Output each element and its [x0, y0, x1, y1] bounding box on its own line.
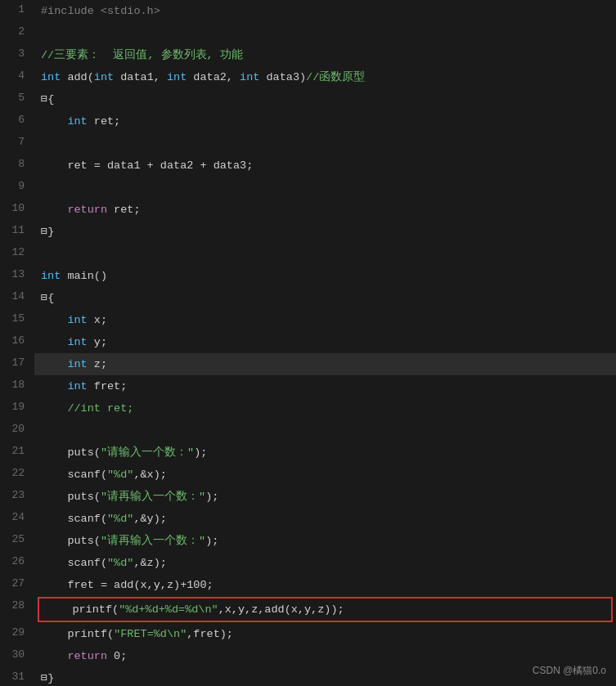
line-number: 3 — [0, 44, 34, 66]
line-number: 11 — [0, 221, 34, 243]
table-row: 27 fret = add(x,y,z)+100; — [0, 574, 616, 596]
line-number: 30 — [0, 645, 34, 667]
line-content: puts("请再输入一个数："); — [34, 486, 616, 508]
line-number: 20 — [0, 419, 34, 442]
line-content: int y; — [34, 331, 616, 353]
line-number: 16 — [0, 331, 34, 353]
table-row: 11⊟} — [0, 221, 616, 243]
line-content: printf("%d+%d+%d=%d\n",x,y,z,add(x,y,z))… — [39, 599, 611, 621]
table-row: 6 int ret; — [0, 110, 616, 132]
line-content: scanf("%d",&x); — [34, 464, 616, 486]
table-row: 2 — [0, 22, 616, 44]
line-number: 5 — [0, 88, 34, 110]
table-row: 4int add(int data1, int data2, int data3… — [0, 66, 616, 88]
code-editor: 1#include <stdio.h>2 3//三要素： 返回值, 参数列表, … — [0, 0, 616, 686]
line-content — [34, 132, 616, 155]
table-row: 18 int fret; — [0, 375, 616, 397]
table-row: 1#include <stdio.h> — [0, 0, 616, 22]
line-content: ⊟{ — [34, 287, 616, 309]
line-number: 8 — [0, 155, 34, 177]
line-number: 14 — [0, 287, 34, 309]
line-number: 29 — [0, 623, 34, 645]
line-number: 6 — [0, 110, 34, 132]
table-row: 30 return 0; — [0, 645, 616, 667]
table-row: 10 return ret; — [0, 199, 616, 221]
line-content — [34, 22, 616, 44]
line-number: 18 — [0, 375, 34, 397]
table-row: 29 printf("FRET=%d\n",fret); — [0, 623, 616, 645]
line-content: //三要素： 返回值, 参数列表, 功能 — [34, 44, 616, 66]
table-row: 21 puts("请输入一个数："); — [0, 442, 616, 464]
line-number: 25 — [0, 530, 34, 552]
line-number: 17 — [0, 353, 34, 375]
line-number: 1 — [0, 0, 34, 22]
table-row: 13int main() — [0, 265, 616, 287]
table-row: 19 //int ret; — [0, 397, 616, 419]
table-row: 24 scanf("%d",&y); — [0, 508, 616, 530]
line-content: int x; — [34, 309, 616, 331]
line-number: 2 — [0, 22, 34, 44]
table-row: 17 int z; — [0, 353, 616, 375]
table-row: 9 — [0, 177, 616, 199]
line-number: 9 — [0, 177, 34, 199]
line-number: 4 — [0, 66, 34, 88]
line-content: fret = add(x,y,z)+100; — [34, 574, 616, 596]
line-content: puts("请再输入一个数："); — [34, 530, 616, 552]
line-content: return 0; — [34, 645, 616, 667]
table-row: 23 puts("请再输入一个数："); — [0, 486, 616, 508]
line-content: int ret; — [34, 110, 616, 132]
line-content: int main() — [34, 265, 616, 287]
line-number: 24 — [0, 508, 34, 530]
line-content: int fret; — [34, 375, 616, 397]
line-number: 28 — [0, 596, 34, 623]
line-content: ⊟} — [34, 221, 616, 243]
table-row: 31⊟} — [0, 667, 616, 686]
line-content: puts("请输入一个数："); — [34, 442, 616, 464]
line-content: int add(int data1, int data2, int data3)… — [34, 66, 616, 88]
line-number: 26 — [0, 552, 34, 574]
table-row: 3//三要素： 返回值, 参数列表, 功能 — [0, 44, 616, 66]
line-content: #include <stdio.h> — [34, 0, 616, 22]
line-content: scanf("%d",&z); — [34, 552, 616, 574]
table-row: 14⊟{ — [0, 287, 616, 309]
line-content: ⊟{ — [34, 88, 616, 110]
table-row: 7 — [0, 132, 616, 155]
line-content: ⊟} — [34, 667, 616, 686]
line-content: scanf("%d",&y); — [34, 508, 616, 530]
table-row: 25 puts("请再输入一个数："); — [0, 530, 616, 552]
table-row: 26 scanf("%d",&z); — [0, 552, 616, 574]
line-number: 21 — [0, 442, 34, 464]
table-row: 16 int y; — [0, 331, 616, 353]
table-row: 28 printf("%d+%d+%d=%d\n",x,y,z,add(x,y,… — [0, 596, 616, 623]
line-content: //int ret; — [34, 397, 616, 419]
table-row: 22 scanf("%d",&x); — [0, 464, 616, 486]
line-number: 23 — [0, 486, 34, 508]
table-row: 8 ret = data1 + data2 + data3; — [0, 155, 616, 177]
line-number: 10 — [0, 199, 34, 221]
table-row: 15 int x; — [0, 309, 616, 331]
line-number: 31 — [0, 667, 34, 686]
line-content: int z; — [34, 353, 616, 375]
watermark-label: CSDN @橘猫0.o — [533, 664, 606, 678]
line-number: 13 — [0, 265, 34, 287]
table-row: 20 — [0, 419, 616, 442]
line-content: return ret; — [34, 199, 616, 221]
line-number: 19 — [0, 397, 34, 419]
line-number: 27 — [0, 574, 34, 596]
line-content — [34, 177, 616, 199]
table-row: 12 — [0, 243, 616, 265]
line-number: 22 — [0, 464, 34, 486]
line-content — [34, 419, 616, 442]
line-content: ret = data1 + data2 + data3; — [34, 155, 616, 177]
table-row: 5⊟{ — [0, 88, 616, 110]
line-number: 15 — [0, 309, 34, 331]
line-number: 7 — [0, 132, 34, 155]
line-number: 12 — [0, 243, 34, 265]
line-content — [34, 243, 616, 265]
line-content: printf("FRET=%d\n",fret); — [34, 623, 616, 645]
